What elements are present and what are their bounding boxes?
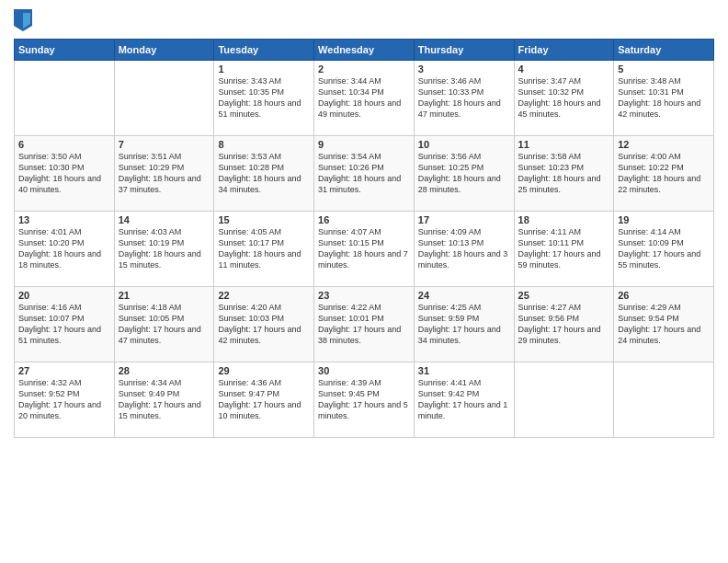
- cell-content: Sunrise: 3:47 AMSunset: 10:32 PMDaylight…: [518, 75, 610, 121]
- cell-content: Sunrise: 4:07 AMSunset: 10:15 PMDaylight…: [318, 226, 410, 271]
- day-number: 22: [218, 290, 310, 301]
- calendar-week-2: 6Sunrise: 3:50 AMSunset: 10:30 PMDayligh…: [15, 136, 714, 212]
- calendar-cell: 15Sunrise: 4:05 AMSunset: 10:17 PMDaylig…: [214, 212, 314, 287]
- calendar-cell: [114, 61, 214, 136]
- day-number: 20: [18, 290, 110, 301]
- day-number: 7: [119, 139, 210, 150]
- calendar-cell: 24Sunrise: 4:25 AMSunset: 9:59 PMDayligh…: [414, 287, 514, 362]
- calendar-week-4: 20Sunrise: 4:16 AMSunset: 10:07 PMDaylig…: [15, 287, 714, 362]
- calendar-cell: 19Sunrise: 4:14 AMSunset: 10:09 PMDaylig…: [614, 212, 714, 287]
- calendar-cell: 31Sunrise: 4:41 AMSunset: 9:42 PMDayligh…: [414, 362, 514, 438]
- calendar-page: SundayMondayTuesdayWednesdayThursdayFrid…: [0, 0, 728, 563]
- day-number: 4: [518, 63, 610, 75]
- logo-icon: [14, 9, 32, 31]
- calendar-cell: [15, 61, 115, 136]
- day-number: 31: [418, 365, 510, 376]
- calendar-week-3: 13Sunrise: 4:01 AMSunset: 10:20 PMDaylig…: [15, 212, 714, 287]
- cell-content: Sunrise: 4:25 AMSunset: 9:59 PMDaylight:…: [418, 302, 510, 347]
- calendar-cell: 6Sunrise: 3:50 AMSunset: 10:30 PMDayligh…: [15, 136, 115, 212]
- cell-content: Sunrise: 3:50 AMSunset: 10:30 PMDaylight…: [18, 151, 110, 196]
- cell-content: Sunrise: 4:36 AMSunset: 9:47 PMDaylight:…: [218, 377, 310, 422]
- weekday-header-row: SundayMondayTuesdayWednesdayThursdayFrid…: [15, 40, 714, 61]
- day-number: 3: [418, 63, 510, 75]
- weekday-header-wednesday: Wednesday: [314, 40, 415, 61]
- day-number: 13: [18, 214, 110, 225]
- calendar-cell: [514, 362, 614, 438]
- cell-content: Sunrise: 4:34 AMSunset: 9:49 PMDaylight:…: [119, 377, 210, 422]
- cell-content: Sunrise: 4:03 AMSunset: 10:19 PMDaylight…: [119, 226, 210, 271]
- calendar-cell: 29Sunrise: 4:36 AMSunset: 9:47 PMDayligh…: [214, 362, 314, 438]
- weekday-header-sunday: Sunday: [15, 40, 115, 61]
- cell-content: Sunrise: 4:22 AMSunset: 10:01 PMDaylight…: [318, 302, 410, 347]
- calendar-week-5: 27Sunrise: 4:32 AMSunset: 9:52 PMDayligh…: [15, 362, 714, 438]
- day-number: 12: [618, 139, 710, 150]
- day-number: 18: [518, 214, 610, 225]
- day-number: 10: [418, 139, 510, 150]
- cell-content: Sunrise: 4:16 AMSunset: 10:07 PMDaylight…: [18, 302, 110, 347]
- calendar-cell: 3Sunrise: 3:46 AMSunset: 10:33 PMDayligh…: [414, 61, 514, 136]
- day-number: 8: [218, 139, 310, 150]
- day-number: 28: [119, 365, 210, 376]
- cell-content: Sunrise: 4:11 AMSunset: 10:11 PMDaylight…: [518, 226, 610, 271]
- cell-content: Sunrise: 3:58 AMSunset: 10:23 PMDaylight…: [518, 151, 610, 196]
- cell-content: Sunrise: 4:09 AMSunset: 10:13 PMDaylight…: [418, 226, 510, 271]
- calendar-cell: 13Sunrise: 4:01 AMSunset: 10:20 PMDaylig…: [15, 212, 115, 287]
- calendar-cell: 23Sunrise: 4:22 AMSunset: 10:01 PMDaylig…: [314, 287, 415, 362]
- cell-content: Sunrise: 4:05 AMSunset: 10:17 PMDaylight…: [218, 226, 310, 271]
- day-number: 11: [518, 139, 610, 150]
- calendar-cell: 7Sunrise: 3:51 AMSunset: 10:29 PMDayligh…: [114, 136, 214, 212]
- cell-content: Sunrise: 3:44 AMSunset: 10:34 PMDaylight…: [318, 75, 410, 121]
- cell-content: Sunrise: 4:14 AMSunset: 10:09 PMDaylight…: [618, 226, 710, 271]
- day-number: 25: [518, 290, 610, 301]
- weekday-header-thursday: Thursday: [414, 40, 514, 61]
- calendar-cell: 30Sunrise: 4:39 AMSunset: 9:45 PMDayligh…: [314, 362, 415, 438]
- day-number: 21: [119, 290, 210, 301]
- cell-content: Sunrise: 3:48 AMSunset: 10:31 PMDaylight…: [618, 75, 710, 121]
- day-number: 29: [218, 365, 310, 376]
- cell-content: Sunrise: 4:39 AMSunset: 9:45 PMDaylight:…: [318, 377, 410, 422]
- day-number: 27: [18, 365, 110, 376]
- calendar-cell: 26Sunrise: 4:29 AMSunset: 9:54 PMDayligh…: [614, 287, 714, 362]
- calendar-cell: 20Sunrise: 4:16 AMSunset: 10:07 PMDaylig…: [15, 287, 115, 362]
- header: [14, 9, 714, 31]
- calendar-cell: 9Sunrise: 3:54 AMSunset: 10:26 PMDayligh…: [314, 136, 415, 212]
- cell-content: Sunrise: 3:51 AMSunset: 10:29 PMDaylight…: [119, 151, 210, 196]
- calendar-cell: 27Sunrise: 4:32 AMSunset: 9:52 PMDayligh…: [15, 362, 115, 438]
- cell-content: Sunrise: 4:29 AMSunset: 9:54 PMDaylight:…: [618, 302, 710, 347]
- calendar-cell: 4Sunrise: 3:47 AMSunset: 10:32 PMDayligh…: [514, 61, 614, 136]
- cell-content: Sunrise: 4:20 AMSunset: 10:03 PMDaylight…: [218, 302, 310, 347]
- calendar-cell: 5Sunrise: 3:48 AMSunset: 10:31 PMDayligh…: [614, 61, 714, 136]
- day-number: 5: [618, 63, 710, 75]
- cell-content: Sunrise: 4:00 AMSunset: 10:22 PMDaylight…: [618, 151, 710, 196]
- calendar-cell: 28Sunrise: 4:34 AMSunset: 9:49 PMDayligh…: [114, 362, 214, 438]
- calendar-cell: 1Sunrise: 3:43 AMSunset: 10:35 PMDayligh…: [214, 61, 314, 136]
- calendar-cell: 14Sunrise: 4:03 AMSunset: 10:19 PMDaylig…: [114, 212, 214, 287]
- cell-content: Sunrise: 4:27 AMSunset: 9:56 PMDaylight:…: [518, 302, 610, 347]
- day-number: 9: [318, 139, 410, 150]
- calendar-cell: 12Sunrise: 4:00 AMSunset: 10:22 PMDaylig…: [614, 136, 714, 212]
- calendar-cell: [614, 362, 714, 438]
- cell-content: Sunrise: 3:53 AMSunset: 10:28 PMDaylight…: [218, 151, 310, 196]
- calendar-cell: 16Sunrise: 4:07 AMSunset: 10:15 PMDaylig…: [314, 212, 415, 287]
- logo: [14, 9, 36, 31]
- calendar-cell: 2Sunrise: 3:44 AMSunset: 10:34 PMDayligh…: [314, 61, 415, 136]
- weekday-header-tuesday: Tuesday: [214, 40, 314, 61]
- day-number: 1: [218, 63, 310, 75]
- day-number: 23: [318, 290, 410, 301]
- cell-content: Sunrise: 3:54 AMSunset: 10:26 PMDaylight…: [318, 151, 410, 196]
- weekday-header-monday: Monday: [114, 40, 214, 61]
- weekday-header-friday: Friday: [514, 40, 614, 61]
- calendar-cell: 25Sunrise: 4:27 AMSunset: 9:56 PMDayligh…: [514, 287, 614, 362]
- cell-content: Sunrise: 3:43 AMSunset: 10:35 PMDaylight…: [218, 75, 310, 121]
- cell-content: Sunrise: 4:32 AMSunset: 9:52 PMDaylight:…: [18, 377, 110, 422]
- day-number: 14: [119, 214, 210, 225]
- day-number: 26: [618, 290, 710, 301]
- weekday-header-saturday: Saturday: [614, 40, 714, 61]
- calendar-cell: 11Sunrise: 3:58 AMSunset: 10:23 PMDaylig…: [514, 136, 614, 212]
- day-number: 30: [318, 365, 410, 376]
- day-number: 24: [418, 290, 510, 301]
- calendar-cell: 18Sunrise: 4:11 AMSunset: 10:11 PMDaylig…: [514, 212, 614, 287]
- day-number: 16: [318, 214, 410, 225]
- calendar-table: SundayMondayTuesdayWednesdayThursdayFrid…: [14, 39, 714, 438]
- calendar-cell: 21Sunrise: 4:18 AMSunset: 10:05 PMDaylig…: [114, 287, 214, 362]
